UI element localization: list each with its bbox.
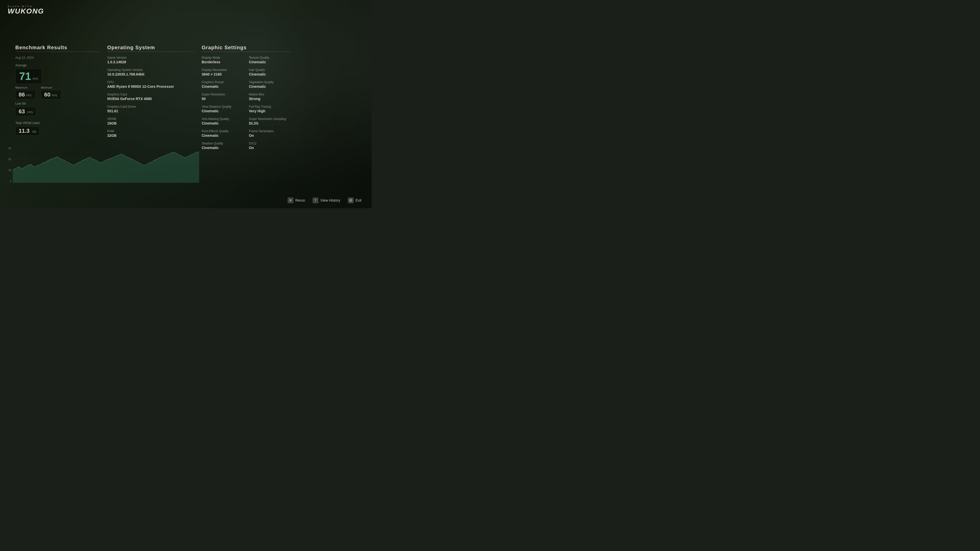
super-res-value: 50 bbox=[202, 97, 244, 101]
graphics-preset-value: Cinematic bbox=[202, 84, 244, 89]
hair-quality-item: Hair Quality Cinematic bbox=[249, 68, 291, 76]
average-fps-box: 71 FPS bbox=[15, 69, 42, 84]
vram-box: 11.3 GB bbox=[15, 126, 40, 135]
driver-value: 551.61 bbox=[107, 109, 194, 113]
post-effects-value: Cinematic bbox=[202, 133, 244, 138]
display-mode-value: Borderless bbox=[202, 60, 244, 64]
min-label: Minimum bbox=[41, 86, 61, 89]
ram-label: RAM bbox=[107, 129, 194, 133]
ram-value: 32GB bbox=[107, 133, 194, 138]
display-res-item: Display Resolution 3840 × 2160 bbox=[202, 68, 244, 76]
chart-y-0: 0 bbox=[10, 180, 11, 183]
aa-quality-value: Cinematic bbox=[202, 121, 244, 125]
vegetation-quality-item: Vegetation Quality Cinematic bbox=[249, 80, 291, 89]
max-fps-unit: FPS bbox=[26, 94, 32, 97]
view-history-button[interactable]: T View History bbox=[313, 197, 340, 203]
vram-os-label: VRAM bbox=[107, 117, 194, 121]
game-version-value: 1.0.3.14628 bbox=[107, 60, 194, 64]
average-label: Average bbox=[15, 64, 100, 67]
aa-quality-item: Anti-Aliasing Quality Cinematic bbox=[202, 117, 244, 125]
cpu-row: CPU AMD Ryzen 9 5900X 12-Core Processor bbox=[107, 80, 194, 89]
os-version-row: Operating System Version 10.0.22635.1.76… bbox=[107, 68, 194, 76]
full-ray-value: Very High bbox=[249, 109, 291, 113]
os-title: Operating System bbox=[107, 44, 194, 51]
display-mode-label: Display Mode bbox=[202, 56, 244, 59]
chart-y-90: 90 bbox=[8, 147, 11, 150]
full-ray-item: Full Ray Tracing Very High bbox=[249, 105, 291, 113]
os-version-label: Operating System Version bbox=[107, 68, 194, 72]
motion-blur-label: Motion Blur bbox=[249, 93, 291, 96]
super-res-label: Super Resolution bbox=[202, 93, 244, 96]
gpu-row: Graphics Card NVIDIA GeForce RTX 4080 bbox=[107, 93, 194, 101]
hair-quality-value: Cinematic bbox=[249, 72, 291, 76]
cpu-value: AMD Ryzen 9 5900X 12-Core Processor bbox=[107, 84, 194, 89]
full-ray-label: Full Ray Tracing bbox=[249, 105, 291, 108]
view-dist-item: View Distance Quality Cinematic bbox=[202, 105, 244, 113]
vram-label: Total VRAM Used bbox=[15, 121, 100, 125]
graphics-preset-item: Graphics Preset Cinematic bbox=[202, 80, 244, 89]
vram-os-value: 16GB bbox=[107, 121, 194, 125]
display-res-label: Display Resolution bbox=[202, 68, 244, 72]
aa-quality-label: Anti-Aliasing Quality bbox=[202, 117, 244, 121]
driver-label: Graphics Card Driver bbox=[107, 105, 194, 108]
view-dist-value: Cinematic bbox=[202, 109, 244, 113]
min-fps-unit: FPS bbox=[52, 94, 57, 97]
os-section: Operating System Game Version 1.0.3.1462… bbox=[107, 44, 194, 154]
super-res-item: Super Resolution 50 bbox=[202, 93, 244, 101]
sr-sampling-value: DLSS bbox=[249, 121, 291, 125]
graphics-preset-label: Graphics Preset bbox=[202, 80, 244, 84]
vegetation-quality-value: Cinematic bbox=[249, 84, 291, 89]
graphics-section: Graphic Settings Display Mode Borderless… bbox=[202, 44, 291, 154]
frame-gen-value: On bbox=[249, 133, 291, 138]
texture-quality-item: Texture Quality Cinematic bbox=[249, 56, 291, 64]
vram-value: 11.3 bbox=[19, 128, 30, 134]
benchmark-title: Benchmark Results bbox=[15, 44, 100, 51]
benchmark-section: Benchmark Results Aug 13, 2024 Average 7… bbox=[15, 44, 100, 154]
average-fps-unit: FPS bbox=[33, 77, 38, 80]
display-mode-item: Display Mode Borderless bbox=[202, 56, 244, 64]
vram-os-row: VRAM 16GB bbox=[107, 117, 194, 125]
post-effects-label: Post-Effects Quality bbox=[202, 129, 244, 133]
shadow-quality-value: Cinematic bbox=[202, 146, 244, 150]
chart-y-labels: 90 60 30 0 bbox=[5, 147, 13, 183]
motion-blur-value: Strong bbox=[249, 97, 291, 101]
bottom-bar: R Rerun T View History Exit bbox=[288, 197, 361, 203]
game-version-label: Game Version bbox=[107, 56, 194, 59]
chart-y-30: 30 bbox=[8, 169, 11, 172]
logo-big-text: WUKONG bbox=[8, 8, 46, 15]
min-fps-value: 60 bbox=[44, 92, 50, 97]
gpu-value: NVIDIA GeForce RTX 4080 bbox=[107, 97, 194, 101]
history-label: View History bbox=[320, 198, 340, 202]
shadow-quality-label: Shadow Quality bbox=[202, 141, 244, 145]
logo: BLACK MYTH WUKONG bbox=[8, 5, 46, 15]
view-dist-label: View Distance Quality bbox=[202, 105, 244, 108]
driver-row: Graphics Card Driver 551.61 bbox=[107, 105, 194, 113]
low5-fps-unit: FPS bbox=[27, 111, 33, 114]
cpu-label: CPU bbox=[107, 80, 194, 84]
average-fps-value: 71 bbox=[19, 71, 31, 82]
hair-quality-label: Hair Quality bbox=[249, 68, 291, 72]
low5-label: Low 5th bbox=[15, 102, 100, 105]
game-version-row: Game Version 1.0.3.14628 bbox=[107, 56, 194, 64]
exit-label: Exit bbox=[356, 198, 361, 202]
sr-sampling-item: Super Resolution Sampling DLSS bbox=[249, 117, 291, 125]
chart-y-60: 60 bbox=[8, 158, 11, 161]
dx12-item: DX12 On bbox=[249, 141, 291, 150]
max-fps-box: 86 FPS bbox=[15, 90, 36, 99]
vram-unit: GB bbox=[32, 130, 36, 133]
exit-key bbox=[348, 197, 353, 203]
benchmark-date: Aug 13, 2024 bbox=[15, 56, 100, 59]
dx12-value: On bbox=[249, 146, 291, 150]
min-col: Minimum 60 FPS bbox=[41, 86, 61, 99]
shadow-quality-item: Shadow Quality Cinematic bbox=[202, 141, 244, 150]
chart-svg bbox=[13, 147, 199, 183]
exit-button[interactable]: Exit bbox=[348, 197, 361, 203]
history-key: T bbox=[313, 197, 318, 203]
display-res-value: 3840 × 2160 bbox=[202, 72, 244, 76]
frame-gen-item: Frame Generation On bbox=[249, 129, 291, 138]
graphics-title: Graphic Settings bbox=[202, 44, 291, 51]
os-version-value: 10.0.22635.1.768.64bit bbox=[107, 72, 194, 76]
rerun-label: Rerun bbox=[295, 198, 305, 202]
rerun-button[interactable]: R Rerun bbox=[288, 197, 305, 203]
low5-fps-value: 63 bbox=[19, 109, 25, 114]
